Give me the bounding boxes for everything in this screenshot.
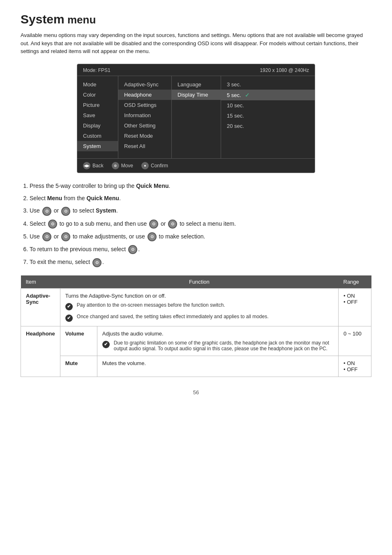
osd-item-headphone: Headphone: [118, 90, 171, 100]
instructions-list: Press the 5-way controller to bring up t…: [21, 181, 371, 267]
note-icon-3: ✔: [102, 341, 110, 348]
note-icon-2: ✔: [65, 314, 73, 322]
instruction-6: To return to the previous menu, select ⊙…: [30, 245, 371, 254]
osd-item-mode: Mode: [77, 79, 118, 90]
down-icon: ⊙: [61, 207, 70, 216]
osd-col-4: 3 sec. 5 sec. ✓ 10 sec. 15 sec. 20 sec.: [221, 76, 315, 158]
osd-item-system: System: [77, 141, 118, 151]
osd-back-control: ◀▶ Back: [83, 162, 104, 169]
sub-item-mute: Mute: [60, 356, 97, 377]
osd-item-custom: Custom: [77, 131, 118, 141]
down3-icon: ⊙: [61, 232, 70, 241]
instruction-5: Use ⊙ or ⊙ to make adjustments, or use ⊙…: [30, 232, 371, 241]
instructions-section: Press the 5-way controller to bring up t…: [21, 181, 371, 267]
confirm-label: Confirm: [151, 163, 168, 169]
item-adaptive-sync: Adaptive-Sync: [21, 288, 60, 326]
move-icon: ⊕: [112, 162, 119, 169]
osd-col-3: Language Display Time: [172, 76, 221, 158]
volume-note: ✔ Due to graphic limitation on some of t…: [102, 340, 333, 352]
osd-item-other-setting: Other Setting: [118, 120, 171, 131]
exit-icon: ⊙: [92, 258, 101, 267]
function-adaptive-sync: Turns the Adaptive-Sync function on or o…: [60, 288, 338, 326]
page-number: 56: [21, 389, 371, 395]
back-label: Back: [92, 163, 104, 169]
adaptive-sync-note-1: ✔ Pay attention to the on-screen message…: [65, 302, 333, 310]
osd-item-20sec: 20 sec.: [221, 121, 315, 131]
osd-mode-label: Mode: FPS1: [83, 67, 111, 73]
osd-item-save: Save: [77, 110, 118, 120]
right-icon: ⊙: [48, 220, 57, 229]
intro-text: Available menu options may vary dependin…: [21, 31, 371, 56]
instruction-7: To exit the menu, select ⊙.: [30, 257, 371, 267]
table-header-range: Range: [339, 275, 371, 289]
osd-item-color: Color: [77, 90, 118, 100]
osd-col-1: Mode Color Picture Save Display Custom S…: [77, 76, 118, 158]
instruction-1: Press the 5-way controller to bring up t…: [30, 181, 371, 190]
table-row-adaptive-sync: Adaptive-Sync Turns the Adaptive-Sync fu…: [21, 288, 371, 326]
osd-header: Mode: FPS1 1920 x 1080 @ 240Hz: [77, 64, 315, 76]
table-row-headphone-volume: Headphone Volume Adjusts the audio volum…: [21, 326, 371, 356]
table-header-function: Function: [60, 275, 338, 289]
osd-item-reset-all: Reset All: [118, 141, 171, 151]
osd-item-10sec: 10 sec.: [221, 100, 315, 111]
range-adaptive-sync: • ON• OFF: [339, 288, 371, 326]
note-icon-1: ✔: [65, 303, 73, 310]
osd-item-display: Display: [77, 120, 118, 131]
adaptive-sync-note-2: ✔ Once changed and saved, the setting ta…: [65, 314, 333, 322]
down2-icon: ⊙: [168, 220, 177, 229]
osd-item-adaptive-sync: Adaptive-Sync: [118, 79, 171, 90]
instruction-3: Use ⊙ or ⊙ to select System.: [30, 206, 371, 215]
back2-icon: ⊙: [128, 245, 137, 254]
osd-item-picture: Picture: [77, 100, 118, 110]
up3-icon: ⊙: [42, 232, 51, 241]
table-header-item: Item: [21, 275, 60, 289]
up-icon: ⊙: [42, 207, 51, 216]
osd-item-language: Language: [172, 79, 221, 90]
sub-item-volume: Volume: [60, 326, 97, 356]
range-volume: 0 ~ 100: [339, 326, 371, 356]
back-icon: ◀▶: [83, 162, 90, 169]
function-mute: Mutes the volume.: [97, 356, 338, 377]
adaptive-sync-desc: Turns the Adaptive-Sync function on or o…: [65, 293, 166, 299]
instruction-2: Select Menu from the Quick Menu.: [30, 194, 371, 203]
osd-item-osd-settings: OSD Settings: [118, 100, 171, 110]
move-label: Move: [121, 163, 133, 169]
instruction-4: Select ⊙ to go to a sub menu, and then u…: [30, 219, 371, 229]
up2-icon: ⊙: [149, 220, 158, 229]
osd-menu: Mode: FPS1 1920 x 1080 @ 240Hz Mode Colo…: [77, 64, 315, 173]
range-mute: • ON• OFF: [339, 356, 371, 377]
osd-item-information: Information: [118, 110, 171, 120]
osd-item-15sec: 15 sec.: [221, 111, 315, 121]
osd-item-5sec: 5 sec. ✓: [221, 90, 315, 100]
osd-item-reset-mode: Reset Mode: [118, 131, 171, 141]
table-row-mute: Mute Mutes the volume. • ON• OFF: [21, 356, 371, 377]
osd-item-3sec: 3 sec.: [221, 79, 315, 90]
function-volume: Adjusts the audio volume. ✔ Due to graph…: [97, 326, 338, 356]
item-headphone: Headphone: [21, 326, 60, 377]
osd-confirm-control: ● Confirm: [141, 162, 168, 169]
osd-item-display-time: Display Time: [172, 90, 221, 100]
osd-col-2: Adaptive-Sync Headphone OSD Settings Inf…: [118, 76, 172, 158]
osd-body: Mode Color Picture Save Display Custom S…: [77, 76, 315, 158]
confirm-icon: ●: [141, 162, 149, 169]
checkmark-icon: ✓: [245, 92, 250, 98]
osd-resolution-label: 1920 x 1080 @ 240Hz: [260, 67, 309, 73]
osd-footer: ◀▶ Back ⊕ Move ● Confirm: [77, 158, 315, 173]
page-title: System menu: [21, 12, 371, 26]
osd-move-control: ⊕ Move: [112, 162, 133, 169]
confirm2-icon: ⊙: [148, 232, 157, 241]
feature-table: Item Function Range Adaptive-Sync Turns …: [21, 275, 371, 377]
